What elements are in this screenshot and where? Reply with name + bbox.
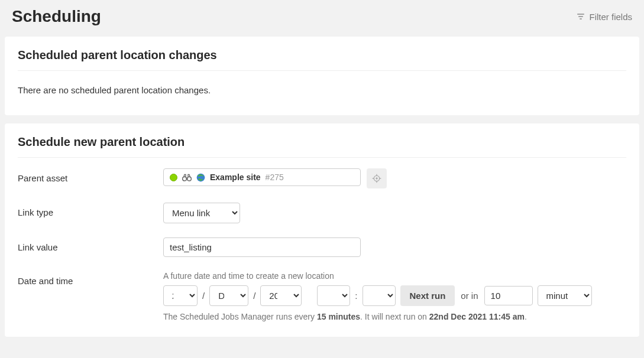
svg-point-12 [376,178,377,179]
date-time-label: Date and time [18,271,163,286]
parent-asset-label: Parent asset [18,168,163,183]
day-select[interactable]: 22 [163,285,198,306]
page-title: Scheduling [12,7,101,26]
year-select[interactable]: 2021 [260,285,302,306]
link-type-label: Link type [18,203,163,217]
panel-title-scheduled: Scheduled parent location changes [18,48,626,71]
asset-picker-button[interactable] [367,168,387,188]
svg-point-3 [183,177,187,181]
link-value-input[interactable] [163,237,361,257]
scheduled-changes-panel: Scheduled parent location changes There … [5,37,639,115]
link-value-label: Link value [18,237,163,252]
status-dot-icon [170,174,177,181]
parent-asset-chip[interactable]: Example site #275 [163,168,361,186]
svg-rect-5 [186,178,188,179]
next-run-button[interactable]: Next run [400,285,455,306]
relative-unit-select[interactable]: minutes [538,285,592,306]
date-separator: / [202,291,205,301]
month-select[interactable]: Dec [209,285,248,306]
link-type-select[interactable]: Menu link [163,203,240,223]
or-in-label: or in [459,291,479,301]
empty-message: There are no scheduled parent location c… [18,82,626,103]
target-icon [372,174,381,183]
asset-name: Example site [210,173,261,182]
filter-icon [576,12,585,21]
svg-point-4 [187,177,192,181]
date-separator: / [253,291,255,301]
panel-title-new: Schedule new parent location [18,135,626,158]
scheduler-footer-note: The Scheduled Jobs Manager runs every 15… [163,312,626,321]
schedule-new-panel: Schedule new parent location Parent asse… [5,123,639,337]
binoculars-icon [182,173,192,181]
relative-value-input[interactable] [484,286,533,305]
date-time-helper: A future date and time to create a new l… [163,271,626,281]
filter-fields-button[interactable]: Filter fields [576,12,632,22]
filter-fields-label: Filter fields [589,12,632,22]
hour-select[interactable]: 11 [317,285,350,306]
minute-select[interactable]: 45 [363,285,396,306]
time-separator: : [355,291,357,301]
asset-id: #275 [266,173,284,182]
globe-icon [196,173,205,182]
